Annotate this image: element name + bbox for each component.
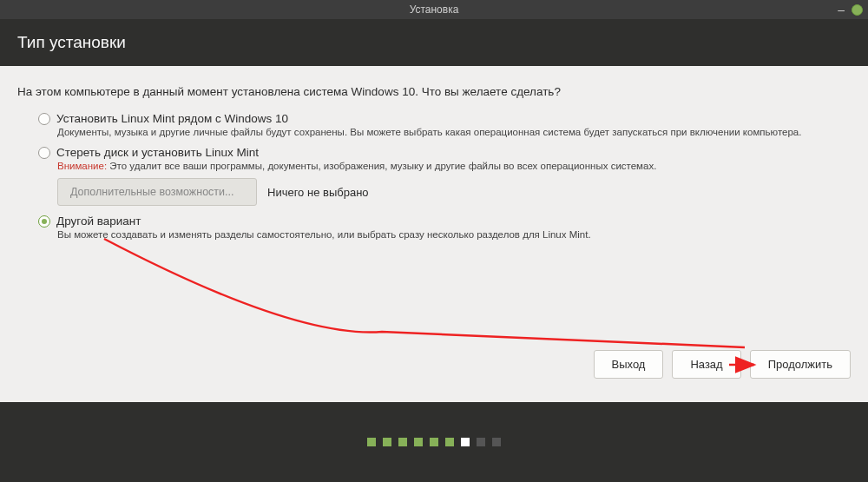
install-prompt: На этом компьютере в данный момент устан…: [17, 85, 851, 98]
radio-icon[interactable]: [38, 215, 50, 228]
option-something-else[interactable]: Другой вариант Вы можете создавать и изм…: [38, 215, 851, 240]
step-dot: [492, 438, 501, 446]
content-area: На этом компьютере в данный момент устан…: [0, 66, 868, 370]
quit-button[interactable]: Выход: [594, 350, 664, 379]
minimize-icon[interactable]: –: [838, 3, 845, 16]
option-erase-disk[interactable]: Стереть диск и установить Linux Mint Вни…: [38, 146, 851, 206]
window-title: Установка: [410, 3, 459, 16]
page-header: Тип установки: [0, 19, 868, 66]
radio-icon[interactable]: [38, 147, 50, 159]
option-title: Стереть диск и установить Linux Mint: [56, 146, 259, 159]
radio-icon[interactable]: [38, 113, 50, 125]
option-warning: Внимание: Это удалит все ваши программы,…: [57, 161, 851, 171]
back-button[interactable]: Назад: [672, 350, 740, 379]
step-dot: [367, 438, 376, 446]
advanced-options-button[interactable]: Дополнительные возможности...: [57, 178, 257, 206]
step-dot: [430, 438, 438, 446]
continue-button[interactable]: Продолжить: [750, 350, 851, 379]
action-bar: Выход Назад Продолжить: [594, 350, 851, 379]
close-icon[interactable]: [852, 4, 863, 16]
step-dot: [414, 438, 423, 446]
option-install-alongside[interactable]: Установить Linux Mint рядом с Windows 10…: [38, 112, 851, 137]
advanced-status: Ничего не выбрано: [267, 186, 369, 199]
option-description: Вы можете создавать и изменять разделы с…: [57, 229, 851, 240]
page-title: Тип установки: [17, 33, 126, 51]
option-title: Другой вариант: [56, 215, 141, 228]
step-dot-current: [461, 438, 470, 446]
window-controls: –: [838, 3, 863, 16]
step-dot: [383, 438, 391, 446]
step-dot: [445, 438, 454, 446]
window-titlebar: Установка –: [0, 0, 868, 19]
option-description: Документы, музыка и другие личные файлы …: [57, 127, 851, 137]
progress-footer: [0, 402, 868, 482]
option-title: Установить Linux Mint рядом с Windows 10: [56, 112, 288, 125]
warning-label: Внимание:: [57, 161, 107, 171]
step-dot: [477, 438, 485, 446]
warning-text: Это удалит все ваши программы, документы…: [107, 161, 656, 171]
step-dot: [398, 438, 407, 446]
